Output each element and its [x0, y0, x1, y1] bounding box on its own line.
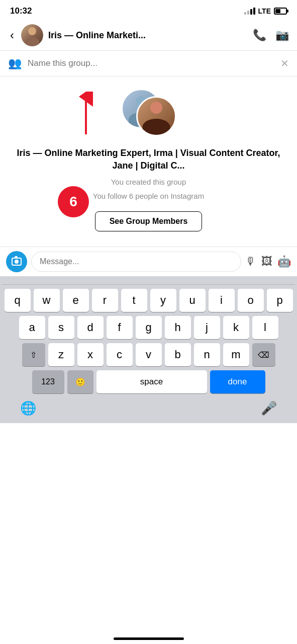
red-arrow-indicator — [78, 92, 94, 139]
key-o[interactable]: o — [238, 289, 264, 312]
key-k[interactable]: k — [223, 316, 249, 339]
key-t[interactable]: t — [121, 289, 147, 312]
camera-button[interactable] — [6, 251, 27, 272]
image-icon[interactable]: 🖼 — [261, 255, 272, 268]
battery-icon — [274, 8, 287, 15]
keyboard-row-1: q w e r t y u i o p — [2, 289, 295, 312]
key-x[interactable]: x — [77, 343, 104, 366]
globe-icon[interactable]: 🌐 — [20, 400, 36, 416]
group-count-badge: 6 — [58, 186, 89, 217]
message-input-bar: 🎙 🖼 🤖 — [0, 247, 297, 276]
microphone-icon[interactable]: 🎙 — [245, 255, 256, 268]
mic-bottom-icon[interactable]: 🎤 — [261, 400, 277, 416]
group-name-input[interactable] — [28, 58, 274, 68]
group-info-section: Iris — Online Marketing Expert, Irma | V… — [0, 76, 297, 242]
signal-icon — [244, 8, 255, 15]
key-q[interactable]: q — [5, 289, 31, 312]
key-d[interactable]: d — [77, 316, 104, 339]
avatar — [21, 24, 43, 46]
keyboard-bottom-bar: 🌐 🎤 — [0, 395, 297, 423]
key-z[interactable]: z — [48, 343, 74, 366]
group-title: Iris — Online Marketing Expert, Irma | V… — [10, 147, 287, 172]
camera-icon — [12, 258, 22, 266]
key-s[interactable]: s — [48, 316, 74, 339]
message-input[interactable] — [31, 252, 241, 272]
key-n[interactable]: n — [194, 343, 220, 366]
emoji-key[interactable]: 🙂 — [67, 370, 93, 393]
key-y[interactable]: y — [150, 289, 176, 312]
chat-header: ‹ Iris — Online Marketi... 📞 📷 — [0, 20, 297, 51]
group-people-icon: 👥 — [8, 57, 22, 70]
key-w[interactable]: w — [34, 289, 60, 312]
key-m[interactable]: m — [223, 343, 249, 366]
key-v[interactable]: v — [136, 343, 162, 366]
message-action-icons: 🎙 🖼 🤖 — [245, 255, 291, 268]
group-follow-label: You follow 6 people on Instagram — [93, 190, 204, 202]
key-r[interactable]: r — [92, 289, 118, 312]
key-e[interactable]: e — [63, 289, 89, 312]
numbers-key[interactable]: 123 — [32, 370, 64, 393]
done-key[interactable]: done — [210, 370, 265, 393]
phone-icon[interactable]: 📞 — [253, 29, 266, 42]
key-i[interactable]: i — [209, 289, 235, 312]
key-j[interactable]: j — [194, 316, 220, 339]
see-group-members-button[interactable]: See Group Members — [95, 211, 203, 231]
key-u[interactable]: u — [179, 289, 206, 312]
key-a[interactable]: a — [19, 316, 45, 339]
space-key[interactable]: space — [96, 370, 207, 393]
delete-key[interactable]: ⌫ — [252, 343, 275, 366]
status-icons: LTE — [244, 7, 287, 15]
key-g[interactable]: g — [136, 316, 162, 339]
key-h[interactable]: h — [165, 316, 191, 339]
name-group-bar: 👥 ✕ — [0, 51, 297, 76]
back-button[interactable]: ‹ — [8, 27, 16, 43]
shift-key[interactable]: ⇧ — [22, 343, 45, 366]
key-f[interactable]: f — [107, 316, 133, 339]
key-c[interactable]: c — [107, 343, 133, 366]
keyboard-row-2: a s d f g h j k l — [2, 316, 295, 339]
header-action-icons: 📞 📷 — [253, 29, 289, 42]
key-p[interactable]: p — [267, 289, 293, 312]
sticker-icon[interactable]: 🤖 — [277, 255, 291, 268]
home-indicator — [114, 637, 184, 640]
lte-label: LTE — [258, 7, 271, 15]
key-l[interactable]: l — [252, 316, 278, 339]
close-icon[interactable]: ✕ — [280, 57, 289, 69]
status-time: 10:32 — [10, 6, 32, 16]
keyboard: q w e r t y u i o p a s d f g h j k l ⇧ … — [0, 276, 297, 395]
chat-title: Iris — Online Marketi... — [48, 30, 248, 41]
group-created-label: You created this group — [111, 176, 186, 188]
keyboard-row-3: ⇧ z x c v b n m ⌫ — [2, 343, 295, 366]
group-avatar-cluster — [121, 89, 176, 139]
key-b[interactable]: b — [165, 343, 191, 366]
keyboard-row-4: 123 🙂 space done — [2, 370, 295, 393]
status-bar: 10:32 LTE — [0, 0, 297, 20]
autocomplete-suggestions — [2, 280, 295, 285]
video-icon[interactable]: 📷 — [275, 29, 289, 42]
group-avatar-2 — [136, 96, 176, 136]
